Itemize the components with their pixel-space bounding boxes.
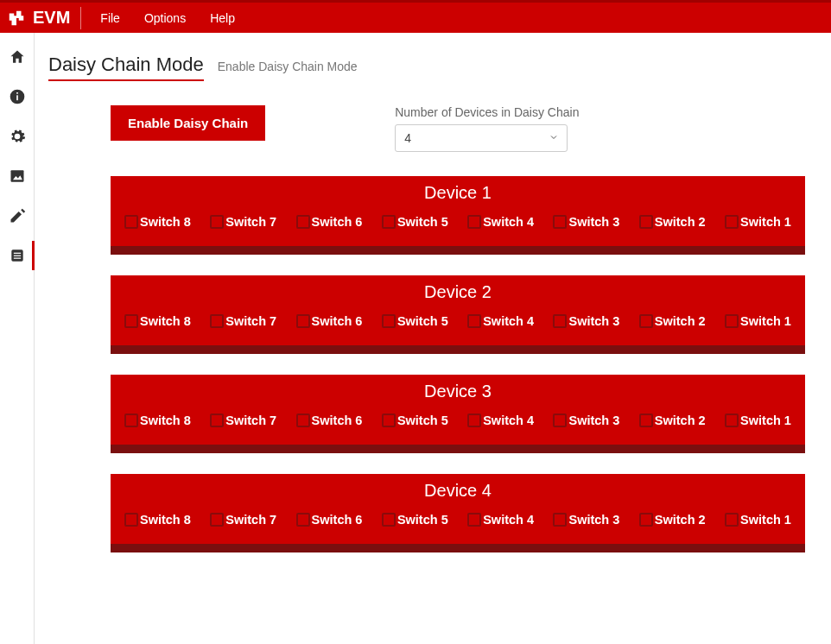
checkbox-box[interactable] [553, 513, 567, 527]
switch-checkbox[interactable]: Switch 5 [382, 314, 448, 328]
switch-checkbox[interactable]: Switch 4 [467, 314, 534, 328]
svg-rect-1 [16, 95, 18, 100]
checkbox-box[interactable] [639, 513, 653, 527]
main-content: Daisy Chain Mode Enable Daisy Chain Mode… [35, 33, 831, 644]
device-title: Device 1 [124, 183, 791, 203]
checkbox-box[interactable] [296, 513, 310, 527]
switch-checkbox[interactable]: Switch 1 [725, 215, 791, 229]
switch-label: Switch 8 [140, 513, 191, 527]
checkbox-box[interactable] [467, 513, 481, 527]
menu-bar: File Options Help [100, 11, 235, 25]
num-devices-group: Number of Devices in Daisy Chain [395, 105, 579, 152]
checkbox-box[interactable] [124, 314, 138, 328]
checkbox-box[interactable] [467, 414, 481, 427]
switch-checkbox[interactable]: Switch 2 [639, 414, 706, 427]
checkbox-box[interactable] [382, 314, 396, 328]
switch-label: Switch 5 [397, 414, 448, 427]
switch-checkbox[interactable]: Switch 3 [553, 414, 619, 427]
svg-rect-2 [16, 92, 18, 94]
switch-checkbox[interactable]: Switch 8 [124, 314, 191, 328]
switch-checkbox[interactable]: Switch 1 [725, 513, 791, 527]
num-devices-select[interactable] [395, 124, 568, 152]
switch-label: Switch 3 [568, 414, 619, 427]
checkbox-box[interactable] [210, 513, 224, 527]
switch-checkbox[interactable]: Switch 8 [124, 215, 191, 229]
switch-label: Switch 6 [312, 215, 363, 229]
checkbox-box[interactable] [210, 314, 224, 328]
switch-checkbox[interactable]: Switch 4 [467, 513, 534, 527]
switch-checkbox[interactable]: Switch 1 [725, 314, 791, 328]
switch-label: Switch 2 [655, 513, 706, 527]
checkbox-box[interactable] [210, 215, 224, 229]
menu-file[interactable]: File [100, 11, 120, 25]
switch-checkbox[interactable]: Switch 6 [296, 513, 363, 527]
checkbox-box[interactable] [639, 314, 653, 328]
svg-rect-3 [10, 170, 23, 181]
checkbox-box[interactable] [296, 215, 310, 229]
checkbox-box[interactable] [124, 414, 138, 427]
checkbox-box[interactable] [639, 215, 653, 229]
checkbox-box[interactable] [296, 414, 310, 427]
switch-checkbox[interactable]: Switch 5 [382, 215, 448, 229]
checkbox-box[interactable] [296, 314, 310, 328]
device-title: Device 3 [124, 382, 791, 401]
device-panel: Device 3Switch 8Switch 7Switch 6Switch 5… [111, 375, 805, 453]
switch-checkbox[interactable]: Switch 2 [639, 513, 706, 527]
enable-daisy-chain-button[interactable]: Enable Daisy Chain [111, 105, 265, 141]
switch-checkbox[interactable]: Switch 5 [382, 513, 448, 527]
switch-label: Switch 8 [140, 314, 191, 328]
checkbox-box[interactable] [124, 513, 138, 527]
switch-checkbox[interactable]: Switch 7 [210, 414, 276, 427]
ti-logo-icon [7, 9, 26, 28]
page-header: Daisy Chain Mode Enable Daisy Chain Mode [48, 54, 805, 81]
device-panel: Device 4Switch 8Switch 7Switch 6Switch 5… [111, 474, 805, 552]
switch-checkbox[interactable]: Switch 3 [553, 215, 619, 229]
gear-icon[interactable] [9, 128, 26, 145]
checkbox-box[interactable] [725, 215, 739, 229]
info-icon[interactable] [9, 88, 26, 105]
devices-list: Device 1Switch 8Switch 7Switch 6Switch 5… [48, 176, 805, 552]
image-icon[interactable] [9, 167, 26, 185]
menu-help[interactable]: Help [210, 11, 235, 25]
checkbox-box[interactable] [725, 314, 739, 328]
checkbox-box[interactable] [382, 513, 396, 527]
list-icon[interactable] [9, 247, 26, 264]
checkbox-box[interactable] [553, 414, 567, 427]
switch-checkbox[interactable]: Switch 7 [210, 314, 276, 328]
switch-checkbox[interactable]: Switch 3 [553, 513, 619, 527]
switch-checkbox[interactable]: Switch 2 [639, 215, 706, 229]
switch-checkbox[interactable]: Switch 7 [210, 513, 276, 527]
checkbox-box[interactable] [467, 215, 481, 229]
switch-label: Switch 8 [140, 215, 191, 229]
menu-options[interactable]: Options [144, 11, 186, 25]
home-icon[interactable] [9, 48, 26, 66]
switch-checkbox[interactable]: Switch 8 [124, 414, 191, 427]
checkbox-box[interactable] [467, 314, 481, 328]
switch-checkbox[interactable]: Switch 6 [296, 414, 363, 427]
switch-label: Switch 6 [312, 314, 363, 328]
edit-icon[interactable] [9, 207, 26, 224]
switch-checkbox[interactable]: Switch 5 [382, 414, 448, 427]
checkbox-box[interactable] [553, 215, 567, 229]
checkbox-box[interactable] [639, 414, 653, 427]
switch-checkbox[interactable]: Switch 2 [639, 314, 706, 328]
checkbox-box[interactable] [210, 414, 224, 427]
switch-checkbox[interactable]: Switch 1 [725, 414, 791, 427]
checkbox-box[interactable] [382, 215, 396, 229]
svg-rect-6 [13, 253, 20, 254]
switch-checkbox[interactable]: Switch 4 [467, 215, 534, 229]
switch-label: Switch 1 [740, 513, 791, 527]
switch-checkbox[interactable]: Switch 6 [296, 215, 363, 229]
checkbox-box[interactable] [725, 414, 739, 427]
checkbox-box[interactable] [725, 513, 739, 527]
switch-checkbox[interactable]: Switch 7 [210, 215, 276, 229]
switch-checkbox[interactable]: Switch 8 [124, 513, 191, 527]
checkbox-box[interactable] [124, 215, 138, 229]
switch-label: Switch 4 [483, 314, 534, 328]
switch-label: Switch 2 [655, 215, 706, 229]
switch-checkbox[interactable]: Switch 6 [296, 314, 363, 328]
switch-checkbox[interactable]: Switch 3 [553, 314, 619, 328]
checkbox-box[interactable] [382, 414, 396, 427]
switch-checkbox[interactable]: Switch 4 [467, 414, 534, 427]
checkbox-box[interactable] [553, 314, 567, 328]
